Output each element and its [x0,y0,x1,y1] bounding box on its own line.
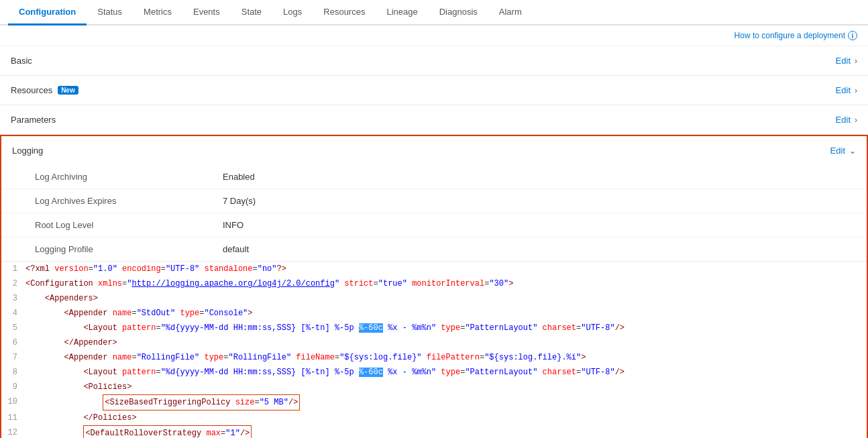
new-badge: New [58,86,78,95]
field-label-expires: Log Archives Expires [1,189,189,213]
table-row: Log Archives Expires 7 Day(s) [1,189,867,213]
section-basic[interactable]: Basic Edit › [0,46,868,76]
section-parameters-title: Parameters [11,115,56,125]
section-resources[interactable]: Resources New Edit › [0,76,868,105]
info-icon: i [848,31,857,40]
field-value-root-log: INFO [189,213,867,237]
field-value-expires: 7 Day(s) [189,189,867,213]
field-value-profile: default [189,237,867,262]
tab-alarm[interactable]: Alarm [488,0,533,25]
field-label-archiving: Log Archiving [1,165,189,189]
code-line-11: 11 </Policies> [1,410,867,425]
parameters-chevron-icon: › [855,115,857,125]
logging-chevron-icon: ⌄ [849,146,856,156]
code-line-12: 12 <DefaultRolloverStrategy max="1"/> [1,425,867,438]
field-value-archiving: Enabled [189,165,867,189]
main-content: How to configure a deployment i Basic Ed… [0,25,868,438]
section-logging-actions: Edit ⌄ [830,146,856,156]
code-scroll-area[interactable]: 1 <?xml version="1.0" encoding="UTF-8" s… [1,262,867,438]
resources-edit-label[interactable]: Edit [836,85,851,95]
code-line-10: 10 <SizeBasedTriggeringPolicy size="5 MB… [1,394,867,410]
resources-chevron-icon: › [855,86,857,95]
code-line-8: 8 <Layout pattern="%d{yyyy-MM-dd HH:mm:s… [1,365,867,380]
code-line-1: 1 <?xml version="1.0" encoding="UTF-8" s… [1,262,867,276]
help-bar: How to configure a deployment i [0,25,868,46]
tab-resources[interactable]: Resources [313,0,376,25]
section-resources-title: Resources New [11,85,78,95]
section-resources-actions: Edit › [836,85,857,95]
tab-events[interactable]: Events [182,0,231,25]
table-row: Log Archiving Enabled [1,165,867,189]
code-line-3: 3 <Appenders> [1,291,867,306]
logging-edit-label[interactable]: Edit [830,146,845,156]
code-line-5: 5 <Layout pattern="%d{yyyy-MM-dd HH:mm:s… [1,321,867,335]
code-line-9: 9 <Policies> [1,380,867,394]
section-parameters[interactable]: Parameters Edit › [0,105,868,135]
tab-state[interactable]: State [231,0,272,25]
table-row: Root Log Level INFO [1,213,867,237]
help-link[interactable]: How to configure a deployment i [735,31,857,40]
code-editor: 1 <?xml version="1.0" encoding="UTF-8" s… [1,261,867,438]
code-line-2: 2 <Configuration xmlns="http://logging.a… [1,276,867,291]
logging-detail: Log Archiving Enabled Log Archives Expir… [1,165,867,438]
parameters-edit-label[interactable]: Edit [836,115,851,125]
section-logging-wrapper: Logging Edit ⌄ Log Archiving Enabled Log… [0,135,868,438]
section-logging[interactable]: Logging Edit ⌄ [1,136,867,165]
code-line-7: 7 <Appender name="RollingFile" type="Rol… [1,350,867,365]
tab-logs[interactable]: Logs [272,0,313,25]
logging-table: Log Archiving Enabled Log Archives Expir… [1,165,867,261]
field-label-root-log: Root Log Level [1,213,189,237]
help-link-text: How to configure a deployment [735,31,845,40]
section-basic-actions: Edit › [836,56,857,66]
tab-configuration[interactable]: Configuration [8,0,87,25]
tab-bar: Configuration Status Metrics Events Stat… [0,0,868,25]
field-label-profile: Logging Profile [1,237,189,262]
section-logging-title: Logging [12,146,43,156]
tab-diagnosis[interactable]: Diagnosis [429,0,488,25]
basic-edit-label[interactable]: Edit [836,56,851,66]
table-row: Logging Profile default [1,237,867,262]
basic-chevron-icon: › [855,56,857,66]
tab-lineage[interactable]: Lineage [376,0,428,25]
tab-status[interactable]: Status [87,0,133,25]
section-basic-title: Basic [11,56,32,66]
section-parameters-actions: Edit › [836,115,857,125]
tab-metrics[interactable]: Metrics [133,0,182,25]
code-line-4: 4 <Appender name="StdOut" type="Console"… [1,306,867,321]
code-line-6: 6 </Appender> [1,335,867,350]
